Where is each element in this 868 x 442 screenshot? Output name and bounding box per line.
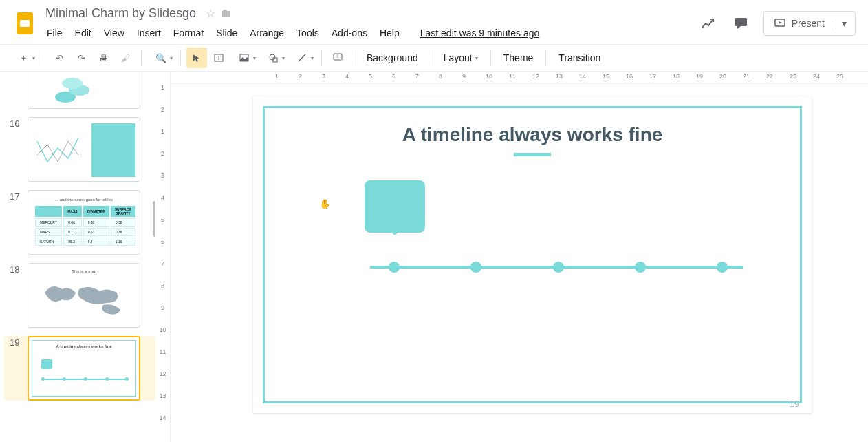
thumb-caption: ... and the same goes for tables	[28, 198, 140, 202]
menu-insert[interactable]: Insert	[131, 25, 166, 41]
menu-format[interactable]: Format	[168, 25, 209, 41]
separator	[180, 50, 181, 65]
text-panel	[91, 123, 135, 177]
separator	[545, 50, 546, 65]
present-label: Present	[792, 18, 825, 29]
separator	[490, 50, 491, 65]
slide-thumbnails-panel[interactable]: Infographics make your idea understandab…	[0, 72, 155, 442]
menu-bar: File Edit View Insert Format Slide Arran…	[41, 25, 697, 41]
menu-file[interactable]: File	[41, 25, 68, 41]
title-area: Minimal Charm by Slidesgo ☆ 🖿 File Edit …	[41, 4, 697, 41]
menu-view[interactable]: View	[98, 25, 130, 41]
last-edit-link[interactable]: Last edit was 9 minutes ago	[415, 25, 545, 41]
slide-number: 18	[10, 263, 28, 328]
menu-slide[interactable]: Slide	[210, 25, 243, 41]
slide-number: 16	[10, 117, 28, 182]
canvas-area: 1234567891011121314151617181920212223242…	[171, 72, 868, 442]
timeline-dot[interactable]	[717, 262, 728, 273]
analytics-icon[interactable]	[697, 13, 718, 34]
timeline-dot[interactable]	[553, 262, 564, 273]
image-tool[interactable]	[230, 48, 258, 68]
infographic-icon	[46, 76, 101, 109]
comment-button[interactable]: +	[327, 48, 348, 68]
undo-button[interactable]: ↶	[49, 48, 69, 68]
comments-icon[interactable]	[730, 13, 751, 34]
present-icon	[774, 17, 786, 30]
separator	[43, 50, 43, 65]
separator	[354, 50, 354, 65]
slide-number: 17	[10, 190, 28, 255]
thumbnail-18[interactable]: 18 This is a map	[10, 263, 155, 328]
document-title[interactable]: Minimal Charm by Slidesgo	[41, 4, 200, 23]
svg-point-7	[270, 54, 275, 60]
menu-arrange[interactable]: Arrange	[244, 25, 290, 41]
menu-help[interactable]: Help	[374, 25, 405, 41]
menu-addons[interactable]: Add-ons	[326, 25, 373, 41]
shape-tool[interactable]	[259, 48, 287, 68]
menu-tools[interactable]: Tools	[291, 25, 325, 41]
thumb-caption: This is a map	[28, 269, 140, 273]
canvas-viewport[interactable]: A timeline always works fine ✋ 19	[171, 84, 868, 442]
textbox-tool[interactable]: T	[208, 48, 229, 68]
slide-border	[263, 106, 802, 403]
paint-format-button[interactable]: 🖌	[115, 48, 135, 68]
toolbar: ＋ ↶ ↷ 🖶 🖌 🔍 T + Background Layout▾ Theme…	[0, 44, 868, 72]
layout-button[interactable]: Layout▾	[437, 48, 485, 68]
line-tool[interactable]	[288, 48, 316, 68]
header-right: Present ▾	[697, 4, 868, 36]
redo-button[interactable]: ↷	[71, 48, 91, 68]
thumbnail-19[interactable]: 19 A timeline always works fine	[4, 336, 155, 401]
svg-point-14	[62, 78, 83, 89]
svg-rect-2	[735, 18, 747, 26]
map-icon	[38, 279, 131, 320]
thumb-table: MASSDIAMETERSURFACE GRAVITYMERCURY0.060.…	[34, 204, 137, 247]
slides-logo-icon	[11, 6, 39, 41]
grab-cursor-icon: ✋	[319, 198, 331, 209]
present-button[interactable]: Present ▾	[763, 11, 856, 36]
app-header: Minimal Charm by Slidesgo ☆ 🖿 File Edit …	[0, 0, 868, 44]
svg-text:+: +	[336, 52, 340, 60]
zoom-button[interactable]: 🔍	[147, 48, 175, 68]
menu-edit[interactable]: Edit	[69, 25, 97, 41]
separator	[141, 50, 142, 65]
slide-page-number: 19	[790, 399, 799, 409]
background-button[interactable]: Background	[360, 48, 425, 68]
callout-shape[interactable]	[365, 180, 425, 233]
move-folder-icon[interactable]: 🖿	[221, 7, 232, 19]
new-slide-button[interactable]: ＋	[10, 48, 37, 68]
horizontal-ruler: 1234567891011121314151617181920212223242…	[171, 72, 868, 84]
title-underline	[514, 153, 551, 156]
chart-icon	[34, 127, 82, 174]
slide-number: 19	[10, 336, 28, 401]
present-dropdown[interactable]: ▾	[836, 18, 852, 29]
vertical-ruler: 121234567891011121314	[155, 72, 171, 442]
timeline-dot[interactable]	[635, 262, 646, 273]
separator	[321, 50, 322, 65]
thumbnail-16[interactable]: 16	[10, 117, 155, 182]
timeline-dot[interactable]	[389, 262, 400, 273]
slide-title-text[interactable]: A timeline always works fine	[253, 124, 812, 146]
svg-rect-1	[20, 20, 30, 27]
timeline-line[interactable]	[370, 266, 743, 269]
main-area: Infographics make your idea understandab…	[0, 72, 868, 442]
slide-canvas[interactable]: A timeline always works fine ✋ 19	[253, 96, 812, 413]
separator	[431, 50, 431, 65]
star-icon[interactable]: ☆	[206, 7, 215, 20]
svg-line-9	[299, 54, 305, 61]
select-tool[interactable]	[186, 48, 207, 68]
print-button[interactable]: 🖶	[93, 48, 113, 68]
thumbnail-17[interactable]: 17 ... and the same goes for tables MASS…	[10, 190, 155, 255]
svg-text:T: T	[217, 54, 221, 61]
transition-button[interactable]: Transition	[552, 48, 607, 68]
thumbnail-15[interactable]: Infographics make your idea understandab…	[10, 72, 155, 109]
theme-button[interactable]: Theme	[497, 48, 541, 68]
